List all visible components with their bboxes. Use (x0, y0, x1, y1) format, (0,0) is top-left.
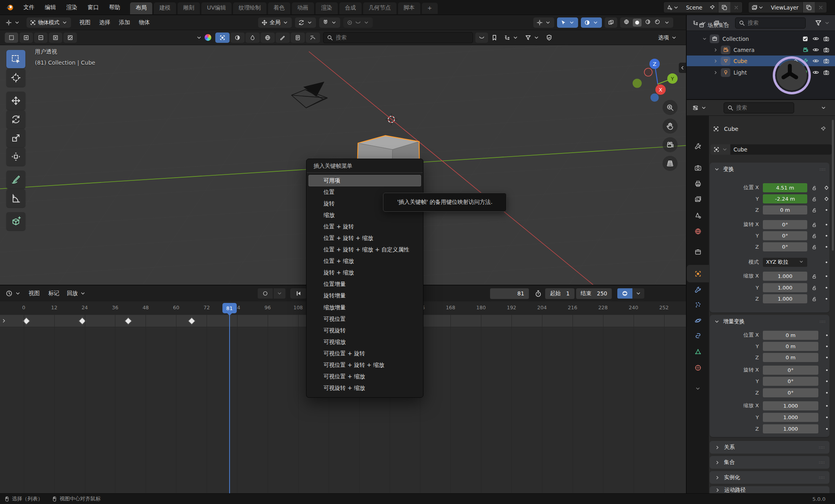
area-divider[interactable] (687, 99, 835, 100)
filter-page-button[interactable] (291, 33, 305, 43)
collection-checkbox[interactable] (802, 36, 808, 42)
camera-icon[interactable] (823, 36, 829, 42)
outliner-row-Collection[interactable]: Collection (687, 33, 835, 44)
keyframe-menu-item-0[interactable]: 可用项 (308, 175, 421, 186)
chevron-down-icon[interactable] (702, 36, 710, 42)
frame-end-field[interactable]: 结束250 (576, 288, 612, 299)
timeline-menu-1[interactable]: 标记 (44, 290, 64, 297)
workspace-tab-6[interactable]: 动画 (292, 2, 314, 14)
bookmark-icon[interactable] (488, 33, 501, 43)
prop-value-field[interactable]: 0 m (763, 205, 807, 215)
keyframe-dot-icon[interactable] (824, 273, 829, 279)
keyframe-menu-item-12[interactable]: 可视位置 (306, 313, 423, 325)
select-mode-intersect-button[interactable] (63, 33, 77, 43)
prop-value-field[interactable]: 0° (763, 242, 807, 251)
gizmo-visibility-dropdown[interactable] (533, 17, 554, 28)
prop-value-field[interactable]: 0° (763, 231, 807, 240)
filter-funnel-icon[interactable] (522, 33, 543, 43)
camera-icon[interactable] (823, 47, 829, 53)
chevron-right-icon[interactable] (713, 58, 721, 64)
workspace-tab-8[interactable]: 合成 (339, 2, 362, 14)
current-frame-field[interactable]: 81 (490, 288, 529, 299)
tool-rotate[interactable] (6, 110, 25, 128)
workspace-tab-9[interactable]: 几何节点 (363, 2, 396, 14)
tool-move[interactable] (6, 92, 25, 110)
breadcrumb-label[interactable]: Cube (724, 126, 738, 132)
workspace-tab-1[interactable]: 建模 (154, 2, 176, 14)
panel-grip[interactable]: ∷∷ (820, 167, 825, 172)
eye-icon[interactable] (812, 57, 819, 64)
properties-tab-tool[interactable] (687, 138, 709, 154)
filter-fluid-button[interactable] (245, 33, 260, 43)
auto-keying-toggle[interactable] (258, 288, 273, 299)
topbar-menu-2[interactable]: 渲染 (61, 0, 82, 15)
tool-cursor[interactable] (6, 69, 25, 87)
camera-icon[interactable] (823, 58, 829, 64)
workspace-tab-0[interactable]: 布局 (130, 2, 152, 14)
scene-icon[interactable] (664, 2, 682, 13)
lock-open-icon[interactable] (811, 222, 817, 228)
prop-value-field[interactable]: 4.51 m (763, 183, 807, 192)
channel-expander-icon[interactable] (1, 318, 7, 324)
tool-search-input[interactable]: 搜索 (323, 32, 473, 43)
shading-wireframe-button[interactable] (623, 19, 630, 26)
proportional-editing-toggle[interactable] (343, 17, 373, 28)
keyframe-dot-icon[interactable] (824, 414, 830, 420)
keyframe-menu-item-10[interactable]: 旋转增量 (306, 290, 423, 302)
outliner-row-场景集合[interactable]: 场景集合 (687, 20, 835, 31)
lock-open-icon[interactable] (811, 273, 817, 279)
prop-value-field[interactable]: 0° (763, 377, 818, 386)
playhead-line[interactable] (229, 315, 230, 493)
topbar-menu-4[interactable]: 帮助 (104, 0, 125, 15)
keyframe-dot-icon[interactable] (824, 378, 830, 384)
xray-toggle[interactable] (581, 17, 602, 28)
auto-keying-dropdown[interactable] (274, 288, 285, 299)
pin-icon[interactable] (706, 2, 718, 13)
prop-value-field[interactable]: 1.000 (763, 401, 818, 410)
overlays-toggle[interactable] (557, 17, 578, 28)
prop-value-field[interactable]: 0° (763, 388, 818, 397)
shading-material-button[interactable] (645, 19, 651, 26)
outliner-row-Light[interactable]: Light (687, 67, 835, 78)
select-mode-new-button[interactable] (5, 33, 18, 43)
properties-tab-material[interactable] (687, 360, 709, 376)
playback-menu[interactable]: 回放 (64, 288, 89, 299)
prop-value-field[interactable]: 0° (763, 366, 818, 375)
workspace-tab-11[interactable]: + (422, 3, 438, 14)
workspace-tab-7[interactable]: 渲染 (316, 2, 338, 14)
keyframe-menu-item-18[interactable]: 可视旋转 + 缩放 (306, 383, 423, 394)
playhead-frame-tag[interactable]: 81 (222, 303, 237, 313)
properties-tab-physics[interactable] (687, 312, 709, 328)
properties-editor-type-button[interactable] (689, 103, 710, 113)
lock-open-icon[interactable] (811, 296, 817, 302)
workspace-tab-2[interactable]: 雕刻 (178, 2, 200, 14)
properties-tabs-more-icon[interactable] (687, 381, 709, 397)
pin-icon[interactable] (820, 126, 826, 132)
select-mode-subtract-button[interactable] (34, 33, 48, 43)
collapsed-panel-关系[interactable]: 关系∷∷ (710, 441, 829, 454)
lock-open-icon[interactable] (811, 285, 817, 291)
outliner-item-label[interactable]: 场景集合 (708, 22, 729, 29)
shield-icon[interactable] (543, 33, 555, 43)
viewport-menu-1[interactable]: 选择 (95, 19, 115, 26)
filter-shading-button[interactable] (230, 33, 245, 43)
lock-open-icon[interactable] (811, 233, 817, 239)
prop-value-field[interactable]: 1.000 (763, 413, 818, 422)
shading-rendered-button[interactable] (654, 19, 661, 26)
camera-icon[interactable] (823, 69, 829, 76)
keyframe-dot-icon[interactable] (824, 367, 830, 373)
falloff-icon[interactable] (475, 33, 488, 43)
pan-hand-icon[interactable] (663, 119, 678, 134)
keyframe-menu-item-13[interactable]: 可视旋转 (306, 325, 423, 336)
tool-scale[interactable] (6, 129, 25, 147)
keyframe-menu-item-6[interactable]: 位置 + 旋转 + 缩放 + 自定义属性 (306, 244, 423, 256)
scene-copy-button[interactable] (718, 2, 730, 13)
expand-filter-icon[interactable] (196, 34, 202, 41)
object-name-field[interactable]: Cube (730, 144, 832, 155)
viewport-menu-0[interactable]: 视图 (75, 19, 95, 26)
eye-icon[interactable] (812, 69, 819, 76)
keyframe-menu-item-5[interactable]: 位置 + 旋转 + 缩放 (306, 232, 423, 244)
properties-tab-view-layer[interactable] (687, 191, 709, 207)
filter-paint-button[interactable] (276, 33, 290, 43)
options-dropdown[interactable]: 选项 (655, 33, 680, 43)
